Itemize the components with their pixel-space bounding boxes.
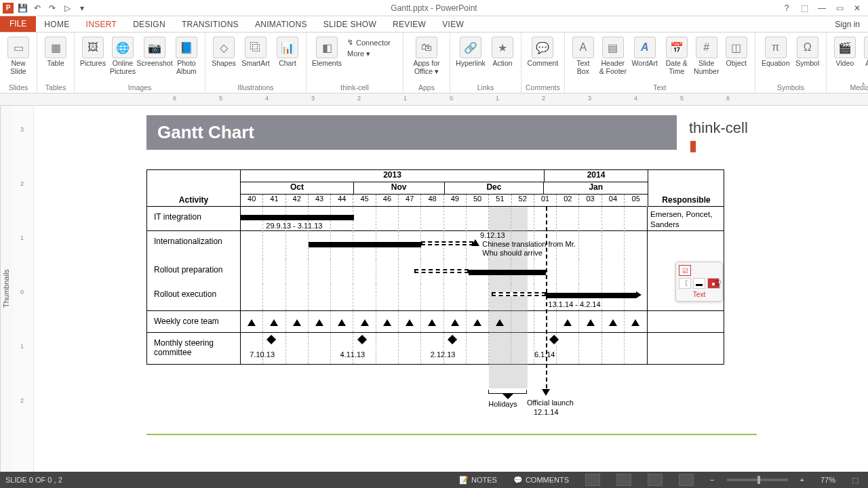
- ribbon-options-icon[interactable]: ⬚: [796, 2, 812, 14]
- weekly-milestone[interactable]: [428, 319, 436, 326]
- weekly-milestone[interactable]: [609, 319, 617, 326]
- ft-bar-icon[interactable]: ▬: [693, 278, 705, 289]
- tab-review[interactable]: REVIEW: [384, 17, 434, 32]
- gantt-chart[interactable]: Activity 2013 2014 Oct Nov Dec Jan 40414…: [146, 169, 724, 365]
- ft-checkbox-icon[interactable]: ☑: [679, 265, 691, 276]
- gantt-row-rollprep[interactable]: Rollout preparation: [147, 260, 724, 284]
- weekly-milestone[interactable]: [473, 319, 481, 326]
- new-slide-button[interactable]: ▭ New Slide: [4, 35, 33, 75]
- weekly-milestone[interactable]: [248, 319, 256, 326]
- weekly-milestone[interactable]: [406, 319, 414, 326]
- weekly-milestone[interactable]: [496, 319, 504, 326]
- elements-button[interactable]: ◧Elements: [311, 35, 343, 68]
- comments-button[interactable]: 💬 COMMENTS: [509, 472, 573, 488]
- close-button[interactable]: ✕: [849, 2, 865, 14]
- weekly-milestone[interactable]: [270, 319, 278, 326]
- tab-home[interactable]: HOME: [36, 17, 77, 32]
- photo-album-button[interactable]: 📘Photo Album: [172, 35, 201, 75]
- thumbnails-tab[interactable]: Thumbnails: [0, 106, 14, 472]
- comment-button[interactable]: 💬Comment: [526, 35, 559, 68]
- zoom-in-button[interactable]: +: [796, 472, 808, 488]
- weekly-milestone[interactable]: [361, 319, 369, 326]
- tab-file[interactable]: FILE: [0, 16, 36, 32]
- reading-view-button[interactable]: [648, 474, 663, 486]
- weekly-milestone[interactable]: [564, 319, 572, 326]
- help-icon[interactable]: ?: [778, 2, 795, 14]
- milestone-intl[interactable]: [471, 239, 479, 246]
- weekly-milestone[interactable]: [315, 319, 323, 326]
- weekly-milestone[interactable]: [338, 319, 346, 326]
- qat-more-icon[interactable]: ▾: [76, 2, 88, 14]
- gantt-body: IT integration 29.9.13 - 3.11.13 Emersen…: [147, 207, 724, 364]
- tab-slideshow[interactable]: SLIDE SHOW: [315, 17, 384, 32]
- ft-bracket-icon[interactable]: 〔: [679, 278, 691, 289]
- slideshow-view-button[interactable]: [679, 474, 694, 486]
- sign-in-link[interactable]: Sign in: [827, 17, 868, 32]
- pictures-button[interactable]: 🖼Pictures: [79, 35, 107, 68]
- bar-intl-solid[interactable]: [309, 242, 422, 247]
- date-time-button[interactable]: 📅Date & Time: [663, 35, 691, 75]
- equation-button[interactable]: πEquation: [760, 35, 792, 68]
- weekly-milestone[interactable]: [587, 319, 595, 326]
- table-button[interactable]: ▦ Table: [41, 35, 70, 68]
- audio-button[interactable]: 🔊Audio: [861, 35, 868, 68]
- chart-button[interactable]: 📊Chart: [273, 35, 302, 68]
- restore-button[interactable]: ▭: [831, 2, 848, 14]
- bar-rollexec-solid[interactable]: [546, 293, 636, 298]
- tab-animations[interactable]: ANIMATIONS: [247, 17, 315, 32]
- bar-rollprep-solid[interactable]: [469, 270, 545, 275]
- symbol-button[interactable]: ΩSymbol: [793, 35, 822, 68]
- zoom-out-button[interactable]: −: [706, 472, 718, 488]
- text-box-button[interactable]: AText Box: [569, 35, 597, 75]
- zoom-percent[interactable]: 77%: [816, 472, 840, 488]
- tab-insert[interactable]: INSERT: [78, 17, 125, 32]
- video-button[interactable]: 🎬Video: [831, 35, 859, 68]
- save-icon[interactable]: 💾: [16, 2, 28, 14]
- tab-transitions[interactable]: TRANSITIONS: [174, 17, 247, 32]
- arrow-rollexec: [636, 291, 642, 298]
- gantt-row-rollexec[interactable]: Rollout execution 13.1.14 - 4.2.14: [147, 284, 724, 311]
- gantt-row-weekly[interactable]: Weekly core team: [147, 311, 724, 333]
- minimize-button[interactable]: —: [814, 2, 830, 14]
- undo-icon[interactable]: ↶: [31, 2, 43, 14]
- bar-rollexec-dash[interactable]: [492, 292, 546, 296]
- action-button[interactable]: ★Action: [488, 35, 517, 68]
- tab-design[interactable]: DESIGN: [125, 17, 174, 32]
- sorter-view-button[interactable]: [616, 474, 631, 486]
- smartart-button[interactable]: ⿻SmartArt: [239, 35, 272, 68]
- shapes-button[interactable]: ◇Shapes: [210, 35, 238, 68]
- bar-rollprep-dash[interactable]: [414, 269, 469, 273]
- hyperlink-button[interactable]: 🔗Hyperlink: [454, 35, 487, 68]
- tab-view[interactable]: VIEW: [434, 17, 472, 32]
- ft-text-label[interactable]: Text: [679, 291, 719, 298]
- wordart-button[interactable]: AWordArt: [629, 35, 661, 68]
- screenshot-button[interactable]: 📷Screenshot: [138, 35, 171, 68]
- weekly-milestone[interactable]: [451, 319, 459, 326]
- online-pictures-button[interactable]: 🌐Online Pictures: [108, 35, 137, 75]
- connector-button[interactable]: ↯ Connector: [347, 38, 396, 47]
- activity-weekly: Weekly core team: [147, 311, 241, 332]
- normal-view-button[interactable]: [585, 474, 600, 486]
- notes-button[interactable]: 📝 NOTES: [455, 472, 501, 488]
- bar-intl-dash[interactable]: [421, 241, 473, 245]
- slide-title[interactable]: Gantt Chart: [146, 115, 677, 150]
- bar-it-integration[interactable]: [241, 215, 354, 220]
- weekly-milestone[interactable]: [383, 319, 391, 326]
- fit-to-window-button[interactable]: ⬚: [848, 472, 863, 488]
- more-button[interactable]: More ▾: [347, 49, 396, 58]
- slideshow-start-icon[interactable]: ▷: [61, 2, 73, 14]
- milestone-date: 9.12.13: [480, 231, 505, 240]
- weekly-milestone[interactable]: [631, 319, 639, 326]
- gantt-row-monthly[interactable]: Monthly steering committee 7.10.13 4.11.…: [147, 333, 724, 364]
- header-footer-button[interactable]: ▤Header & Footer: [599, 35, 627, 75]
- apps-for-office-button[interactable]: 🛍Apps for Office ▾: [408, 35, 446, 75]
- redo-icon[interactable]: ↷: [46, 2, 58, 14]
- collapse-ribbon-icon[interactable]: ˄: [861, 82, 865, 92]
- slide-area[interactable]: Gantt Chart think-cell ▮ Activity 2013 2…: [34, 106, 868, 472]
- object-button[interactable]: ◫Object: [722, 35, 751, 68]
- gantt-row-it[interactable]: IT integration 29.9.13 - 3.11.13 Emersen…: [147, 207, 724, 231]
- gantt-row-intl[interactable]: Internationalization 9.12.13 Chinese tra…: [147, 231, 724, 260]
- zoom-slider[interactable]: [727, 479, 788, 481]
- weekly-milestone[interactable]: [293, 319, 301, 326]
- slide-number-button[interactable]: #Slide Number: [692, 35, 721, 75]
